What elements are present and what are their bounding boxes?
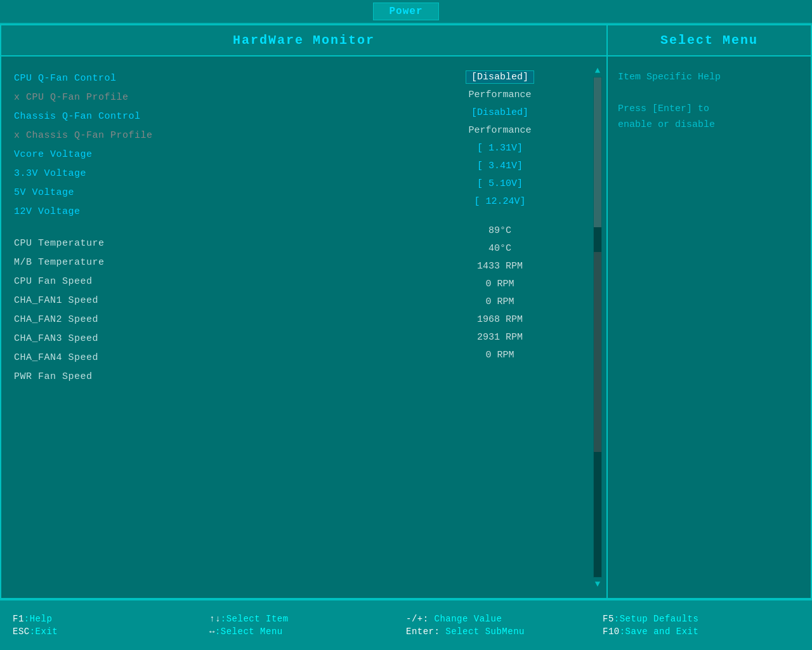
footer-f1-help: F1:Help — [13, 614, 209, 624]
cha-fan2-v: 0 RPM — [485, 296, 514, 307]
cpu-temp-label: CPU Temperature — [14, 238, 105, 249]
cpu-qfan-control-item[interactable]: CPU Q-Fan Control — [14, 69, 398, 87]
cpu-qfan-control-label: CPU Q-Fan Control — [14, 73, 117, 84]
panel-body: CPU Q-Fan Control x CPU Q-Fan Profile Ch… — [1, 56, 606, 598]
bios-screen: Power HardWare Monitor CPU Q-Fan Control… — [0, 0, 812, 650]
power-tab[interactable]: Power — [373, 3, 438, 20]
f5-label: :Setup Defaults — [614, 614, 699, 624]
esc-label: :Exit — [30, 627, 58, 637]
cpu-temp-value: 89°C — [417, 222, 582, 239]
v12-value: [ 12.24V] — [417, 192, 582, 210]
v12-voltage-item[interactable]: 12V Voltage — [14, 202, 398, 220]
vcore-voltage-item[interactable]: Vcore Voltage — [14, 145, 398, 163]
pwr-fan-label: PWR Fan Speed — [14, 371, 93, 382]
hardware-monitor-panel: HardWare Monitor CPU Q-Fan Control x CPU… — [1, 25, 608, 598]
v33-v: [ 3.41V] — [477, 161, 523, 171]
cha-fan4-item: CHA_FAN4 Speed — [14, 348, 398, 366]
chassis-qfan-control-value[interactable]: [Disabled] — [417, 103, 582, 121]
vcore-value: [ 1.31V] — [417, 139, 582, 157]
right-panel: Select Menu Item Specific Help Press [En… — [608, 25, 811, 598]
change-value-label: Change Value — [429, 614, 502, 624]
vcore-voltage-label: Vcore Voltage — [14, 149, 93, 160]
cha-fan1-label: CHA_FAN1 Speed — [14, 295, 98, 306]
footer-change-value: -/+: Change Value — [406, 614, 603, 624]
f1-label: :Help — [24, 614, 53, 624]
scroll-thumb — [594, 77, 601, 227]
v33-voltage-item[interactable]: 3.3V Voltage — [14, 164, 398, 182]
scroll-track[interactable] — [593, 77, 602, 578]
chassis-qfan-control-item[interactable]: Chassis Q-Fan Control — [14, 107, 398, 125]
footer-f5-defaults: F5:Setup Defaults — [603, 614, 799, 624]
cha-fan3-value: 1968 RPM — [417, 310, 582, 328]
mb-temp-label: M/B Temperature — [14, 257, 105, 268]
footer-esc-exit: ESC:Exit — [13, 627, 209, 637]
items-column: CPU Q-Fan Control x CPU Q-Fan Profile Ch… — [1, 63, 411, 592]
disabled-badge-1: [Disabled] — [466, 70, 534, 84]
disabled-value-2: [Disabled] — [471, 107, 528, 118]
v5-voltage-label: 5V Voltage — [14, 187, 74, 198]
cha-fan3-v: 1968 RPM — [477, 314, 523, 325]
main-content: HardWare Monitor CPU Q-Fan Control x CPU… — [0, 24, 812, 599]
cpu-fan-value: 1433 RPM — [417, 257, 582, 275]
top-tab-bar: Power — [0, 0, 812, 24]
cha-fan3-label: CHA_FAN3 Speed — [14, 333, 98, 344]
select-menu-label: :Select Menu — [215, 627, 283, 637]
footer-col-3: -/+: Change Value Enter: Select SubMenu — [406, 614, 603, 637]
chassis-qfan-profile-label: x Chassis Q-Fan Profile — [14, 130, 153, 141]
cha-fan4-value: 2931 RPM — [417, 328, 582, 346]
footer-col-4: F5:Setup Defaults F10:Save and Exit — [603, 614, 799, 637]
v33-value: [ 3.41V] — [417, 157, 582, 175]
chassis-qfan-control-label: Chassis Q-Fan Control — [14, 111, 141, 122]
cha-fan4-v: 2931 RPM — [477, 332, 523, 343]
v5-voltage-item[interactable]: 5V Voltage — [14, 183, 398, 201]
cpu-temp-v: 89°C — [488, 225, 511, 236]
v5-value: [ 5.10V] — [417, 175, 582, 192]
cha-fan2-label: CHA_FAN2 Speed — [14, 314, 98, 325]
scroll-down-arrow[interactable]: ▼ — [589, 579, 606, 589]
f10-label: :Save and Exit — [620, 627, 699, 637]
scroll-up-arrow[interactable]: ▲ — [589, 65, 606, 76]
performance-value-1: Performance — [468, 90, 531, 100]
cha-fan3-item: CHA_FAN3 Speed — [14, 329, 398, 347]
updown-key: ↑↓ — [209, 614, 221, 624]
scroll-thumb-dark — [594, 252, 601, 452]
f1-key: F1 — [13, 614, 24, 624]
scrollbar[interactable]: ▲ ▼ — [589, 63, 606, 592]
plusminus-key: -/+: — [406, 614, 429, 624]
footer-enter-submenu: Enter: Select SubMenu — [406, 627, 603, 637]
pwr-fan-value: 0 RPM — [417, 346, 582, 364]
performance-value-2: Performance — [468, 125, 531, 136]
select-item-label: :Select Item — [221, 614, 289, 624]
help-body: Item Specific Help Press [Enter] toenabl… — [608, 56, 811, 146]
cha-fan1-item: CHA_FAN1 Speed — [14, 291, 398, 309]
f5-key: F5 — [603, 614, 614, 624]
values-column: [Disabled] Performance [Disabled] Perfor… — [411, 63, 589, 592]
esc-key: ESC — [13, 627, 30, 637]
cpu-fan-v: 1433 RPM — [477, 261, 523, 272]
footer-col-1: F1:Help ESC:Exit — [13, 614, 209, 637]
submenu-label: Select SubMenu — [440, 627, 525, 637]
lr-key: ↔ — [209, 627, 215, 637]
vcore-v: [ 1.31V] — [477, 143, 523, 154]
f10-key: F10 — [603, 627, 620, 637]
pwr-fan-v: 0 RPM — [485, 350, 514, 361]
footer-select-item: ↑↓:Select Item — [209, 614, 406, 624]
select-menu-header: Select Menu — [608, 25, 811, 56]
cpu-qfan-profile-value: Performance — [417, 86, 582, 103]
pwr-fan-item: PWR Fan Speed — [14, 368, 398, 385]
cha-fan1-value: 0 RPM — [417, 275, 582, 293]
cha-fan2-item: CHA_FAN2 Speed — [14, 310, 398, 328]
v5-v: [ 5.10V] — [477, 178, 523, 189]
cpu-temp-item: CPU Temperature — [14, 234, 398, 252]
item-specific-help-title: Item Specific Help — [618, 69, 801, 86]
hardware-monitor-header: HardWare Monitor — [1, 25, 606, 56]
cha-fan1-v: 0 RPM — [485, 279, 514, 289]
v33-voltage-label: 3.3V Voltage — [14, 168, 86, 179]
v12-voltage-label: 12V Voltage — [14, 206, 81, 217]
footer-bar: F1:Help ESC:Exit ↑↓:Select Item ↔:Select… — [0, 599, 812, 650]
cha-fan4-label: CHA_FAN4 Speed — [14, 352, 98, 363]
cpu-qfan-profile-label: x CPU Q-Fan Profile — [14, 92, 129, 103]
cpu-qfan-control-value[interactable]: [Disabled] — [417, 68, 582, 86]
chassis-qfan-profile-item: x Chassis Q-Fan Profile — [14, 126, 398, 144]
mb-temp-v: 40°C — [488, 243, 511, 254]
